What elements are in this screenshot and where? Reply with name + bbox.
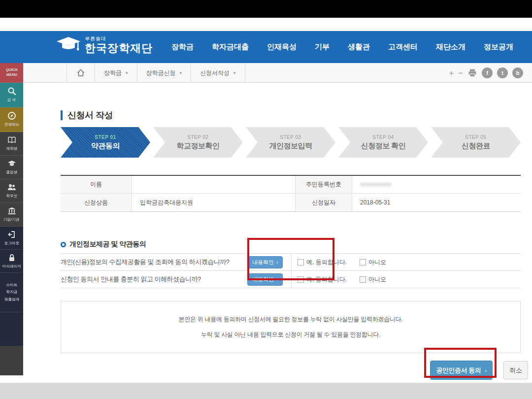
chevron-down-icon: ▾ (233, 70, 236, 75)
bank-icon (7, 206, 16, 215)
checkbox-no[interactable] (360, 276, 366, 283)
main-content: 신청서 작성 STEP 01 약관동의 STEP 02 학교정보확인 STEP … (23, 83, 532, 383)
twitter-icon[interactable]: t (497, 67, 508, 78)
compass-icon (7, 111, 16, 120)
product-value: 입학금감축대응지원 (132, 194, 296, 211)
chevron-right-icon: › (485, 367, 486, 373)
sidebar-item-label: 학자금 (6, 290, 17, 295)
blog-icon[interactable]: b (512, 67, 523, 78)
resident-id-value (352, 176, 521, 193)
nav-item-talent[interactable]: 인재육성 (267, 42, 297, 52)
page-title-row: 신청서 작성 (61, 109, 521, 121)
checkbox-no[interactable] (360, 259, 366, 266)
breadcrumb: 장학금 ▾ 장학금신청 ▾ 신청서작성 ▾ (66, 63, 245, 83)
sidebar-item-graduate[interactable]: 졸업생 (0, 156, 23, 179)
global-nav-menu: 장학금 학자금대출 인재육성 기부 생활관 고객센터 재단소개 정보공개 (171, 31, 513, 63)
checkbox-yes[interactable] (298, 276, 304, 283)
certificate-agree-button[interactable]: 공인인증서 동의 › (430, 361, 493, 380)
choice-group: 예, 동의합니다. 아니오 (292, 271, 521, 288)
nav-item-disclosure[interactable]: 정보공개 (484, 42, 513, 52)
agreement-question: 개인(신용)정보의 수집제공활용 및 조회에 동의 하시겠습니까? (61, 254, 247, 270)
confirm-content-cell: 내용확인 › (247, 254, 292, 270)
table-row: 신청상품 입학금감축대응지원 신청일자 2018-05-31 (61, 194, 521, 211)
step-number: STEP 01 (95, 134, 116, 140)
agree-no-option[interactable]: 아니오 (360, 258, 386, 266)
sidebar-item-label: 로그아웃 (4, 241, 19, 246)
sidebar-item-all-menu[interactable]: 전체메뉴 (0, 107, 23, 132)
step-03-personal-info: STEP 03 개인정보입력 (246, 127, 335, 158)
step-label: 신청완료 (462, 141, 490, 151)
agreement-heading: 개인정보제공 및 약관동의 (69, 240, 146, 249)
sidebar-item-enrolled-student[interactable]: 재학생 (0, 132, 23, 156)
sidebar-item-logout[interactable]: 로그아웃 (0, 227, 23, 250)
step-05-complete: STEP 05 신청완료 (431, 127, 521, 158)
sidebar-item-search[interactable]: 검 색 (0, 83, 23, 107)
sidebar-bottom-block (0, 346, 23, 375)
search-icon (7, 87, 16, 96)
step-label: 약관동의 (91, 141, 120, 151)
nav-item-scholarship[interactable]: 장학금 (171, 42, 194, 52)
sidebar-item-parents[interactable]: 학부모 (0, 179, 23, 203)
step-label: 신청정보 확인 (361, 141, 406, 151)
checkbox-yes[interactable] (298, 259, 304, 266)
top-black-bar (0, 0, 532, 18)
print-icon[interactable] (467, 68, 477, 78)
nav-item-customer-center[interactable]: 고객센터 (388, 42, 418, 52)
bullet-circle-icon (61, 242, 66, 247)
apply-date-value: 2018-05-31 (352, 194, 521, 211)
name-value (132, 176, 296, 193)
nav-item-donation[interactable]: 기부 (315, 42, 330, 52)
chevron-right-icon: › (276, 260, 278, 265)
nav-item-about[interactable]: 재단소개 (436, 42, 466, 52)
page-title: 신청서 작성 (67, 109, 113, 121)
sidebar-item-label: 검 색 (7, 98, 16, 103)
view-content-button[interactable]: 내용확인 › (247, 273, 283, 286)
step-number: STEP 03 (280, 134, 301, 140)
button-label: 내용확인 (252, 276, 274, 283)
agree-yes-option[interactable]: 예, 동의합니다. (298, 258, 347, 266)
cancel-button[interactable]: 취소 (503, 361, 528, 379)
breadcrumb-application-form[interactable]: 신청서작성 ▾ (191, 63, 245, 83)
font-zoom-in-button[interactable]: + (449, 69, 454, 77)
sidebar-item-corporate[interactable]: 기업/기관 (0, 203, 23, 227)
breadcrumb-bar: 장학금 ▾ 장학금신청 ▾ 신청서작성 ▾ + − f t b (23, 63, 532, 83)
lock-icon (7, 253, 16, 262)
application-window: 푸른등대 한국장학재단 장학금 학자금대출 인재육성 기부 생활관 고객센터 재… (0, 0, 532, 399)
nav-item-student-loan[interactable]: 학자금대출 (212, 42, 249, 52)
step-02-school-info: STEP 02 학교정보확인 (153, 127, 243, 158)
action-button-row: 공인인증서 동의 › 취소 (61, 361, 528, 380)
view-content-button[interactable]: 내용확인 › (247, 256, 283, 268)
title-accent-bar (61, 110, 63, 120)
sidebar-item-label: 스마트 (6, 283, 17, 288)
home-icon (76, 68, 86, 78)
step-number: STEP 05 (465, 134, 486, 140)
sidebar-item-label: 재학생 (6, 147, 17, 152)
nav-item-dormitory[interactable]: 생활관 (348, 42, 370, 52)
applicant-info-table: 이름 주민등록번호 신청상품 입학금감축대응지원 신청일자 2018-05-31 (61, 175, 521, 212)
breadcrumb-scholarship[interactable]: 장학금 ▾ (95, 63, 137, 83)
sidebar-item-smart-planning[interactable]: 스마트 학자금 맞춤설계 (0, 273, 23, 312)
logo-text: 푸른등대 한국장학재단 (85, 36, 153, 57)
sidebar-item-label: 맞춤설계 (4, 297, 19, 302)
agree-no-option[interactable]: 아니오 (360, 275, 386, 284)
step-number: STEP 04 (372, 134, 394, 140)
agree-yes-option[interactable]: 예, 동의합니다. (298, 275, 347, 284)
step-label: 개인정보입력 (269, 141, 312, 151)
facebook-icon[interactable]: f (482, 67, 493, 78)
name-header: 이름 (61, 176, 132, 193)
breadcrumb-label: 장학금 (104, 69, 122, 77)
home-button[interactable] (66, 63, 95, 83)
graduation-cap-icon (7, 159, 16, 168)
step-number: STEP 02 (187, 134, 208, 140)
kosaf-logo[interactable]: 푸른등대 한국장학재단 (56, 35, 153, 57)
sidebar-item-mypage[interactable]: 마이페이지 (0, 250, 23, 273)
font-zoom-out-button[interactable]: − (458, 69, 463, 77)
logout-icon (7, 230, 16, 239)
graduation-cap-icon (56, 35, 81, 57)
button-label: 내용확인 (252, 259, 274, 266)
breadcrumb-scholarship-apply[interactable]: 장학금신청 ▾ (137, 63, 191, 83)
sidebar-filler (0, 312, 23, 346)
chevron-down-icon: ▾ (126, 70, 128, 75)
sidebar-item-label: 전체메뉴 (4, 123, 19, 128)
sidebar-item-label: 기업/기관 (3, 218, 20, 223)
